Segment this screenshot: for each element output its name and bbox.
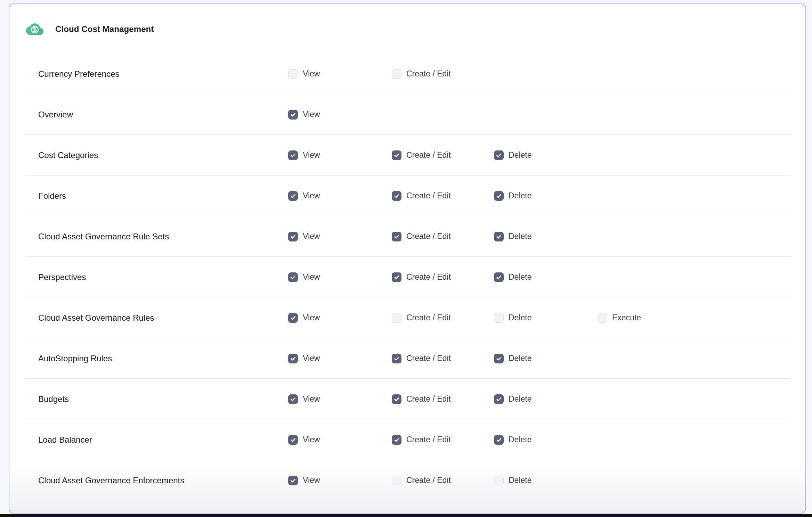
view-checkbox-unchecked[interactable] (288, 69, 298, 79)
permission-label: View (303, 435, 320, 444)
permission-view: View (288, 435, 320, 445)
create-edit-checkbox-checked[interactable] (392, 150, 401, 160)
permission-label: Delete (509, 354, 531, 363)
permission-row: FoldersViewCreate / EditDelete (9, 175, 805, 216)
permission-delete: Delete (494, 435, 531, 445)
view-checkbox-checked[interactable] (288, 232, 298, 241)
permission-label: Create / Edit (406, 313, 451, 322)
permission-view: View (288, 272, 320, 282)
permission-delete: Delete (494, 150, 531, 160)
resource-label: AutoStopping Rules (38, 354, 112, 363)
permission-delete: Delete (494, 476, 531, 485)
permission-create-edit: Create / Edit (392, 435, 451, 445)
delete-checkbox-checked[interactable] (494, 232, 504, 241)
permission-delete: Delete (494, 191, 531, 201)
view-checkbox-checked[interactable] (288, 150, 298, 160)
permission-delete: Delete (494, 272, 531, 282)
permission-label: Delete (509, 394, 531, 404)
delete-checkbox-checked[interactable] (494, 435, 504, 445)
permission-label: Delete (509, 232, 531, 241)
permission-create-edit: Create / Edit (392, 476, 451, 485)
resource-label: Cost Categories (38, 150, 98, 160)
permission-view: View (288, 150, 320, 160)
permission-label: View (303, 272, 320, 282)
permission-view: View (288, 354, 320, 363)
permission-label: Delete (509, 313, 531, 322)
permissions-list: Currency PreferencesViewCreate / EditOve… (9, 54, 805, 501)
permission-label: Create / Edit (406, 232, 451, 241)
create-edit-checkbox-checked[interactable] (392, 354, 401, 363)
permission-label: View (303, 150, 320, 160)
permission-view: View (288, 232, 320, 241)
permission-label: View (303, 69, 320, 79)
create-edit-checkbox-unchecked[interactable] (392, 476, 401, 485)
permission-label: Create / Edit (406, 272, 451, 282)
permission-row: Cost CategoriesViewCreate / EditDelete (9, 135, 805, 175)
execute-checkbox-unchecked[interactable] (598, 313, 607, 323)
svg-text:$: $ (33, 26, 36, 33)
resource-label: Perspectives (38, 272, 86, 282)
permission-view: View (288, 69, 320, 79)
delete-checkbox-unchecked[interactable] (494, 313, 504, 323)
create-edit-checkbox-unchecked[interactable] (392, 69, 401, 79)
permission-label: Create / Edit (406, 69, 451, 79)
permission-view: View (288, 313, 320, 323)
permission-view: View (288, 394, 320, 404)
delete-checkbox-unchecked[interactable] (494, 476, 504, 485)
permission-create-edit: Create / Edit (392, 313, 451, 323)
permission-create-edit: Create / Edit (392, 191, 451, 201)
resource-label: Folders (38, 191, 66, 201)
bottom-edge-bar (0, 514, 812, 517)
permission-view: View (288, 191, 320, 201)
create-edit-checkbox-checked[interactable] (392, 232, 401, 241)
delete-checkbox-checked[interactable] (494, 272, 504, 282)
permission-delete: Delete (494, 313, 531, 323)
view-checkbox-checked[interactable] (288, 272, 298, 282)
permissions-card: $ Cloud Cost Management Currency Prefere… (9, 3, 806, 514)
permission-view: View (288, 110, 320, 120)
resource-label: Budgets (38, 394, 69, 404)
delete-checkbox-checked[interactable] (494, 354, 504, 363)
resource-label: Cloud Asset Governance Rule Sets (38, 232, 169, 241)
permission-row: Cloud Asset Governance EnforcementsViewC… (9, 460, 805, 501)
resource-label: Cloud Asset Governance Rules (38, 313, 154, 323)
permission-delete: Delete (494, 394, 531, 404)
permission-row: BudgetsViewCreate / EditDelete (9, 379, 805, 419)
view-checkbox-checked[interactable] (288, 394, 298, 404)
permission-label: Delete (509, 476, 531, 485)
create-edit-checkbox-checked[interactable] (392, 394, 401, 404)
view-checkbox-checked[interactable] (288, 191, 298, 201)
permission-label: View (303, 110, 320, 119)
permission-create-edit: Create / Edit (392, 394, 451, 404)
permission-label: View (303, 232, 320, 241)
permission-row: Load BalancerViewCreate / EditDelete (9, 419, 805, 460)
create-edit-checkbox-checked[interactable] (392, 272, 401, 282)
view-checkbox-checked[interactable] (288, 354, 298, 363)
create-edit-checkbox-checked[interactable] (392, 191, 401, 201)
permission-view: View (288, 476, 320, 485)
permission-row: Currency PreferencesViewCreate / Edit (9, 54, 805, 94)
view-checkbox-checked[interactable] (288, 313, 298, 323)
create-edit-checkbox-unchecked[interactable] (392, 313, 401, 323)
module-title: Cloud Cost Management (55, 24, 154, 34)
permission-row: PerspectivesViewCreate / EditDelete (9, 257, 805, 297)
view-checkbox-checked[interactable] (288, 476, 298, 485)
permission-execute: Execute (598, 313, 641, 323)
delete-checkbox-checked[interactable] (494, 150, 504, 160)
permission-create-edit: Create / Edit (392, 232, 451, 241)
view-checkbox-checked[interactable] (288, 435, 298, 445)
resource-label: Overview (38, 110, 73, 120)
permission-row: OverviewView (9, 94, 805, 135)
permission-label: Delete (509, 435, 531, 444)
delete-checkbox-checked[interactable] (494, 191, 504, 201)
permission-label: View (303, 394, 320, 404)
permission-label: Create / Edit (406, 476, 451, 485)
view-checkbox-checked[interactable] (288, 110, 298, 120)
permission-label: Create / Edit (406, 150, 451, 160)
create-edit-checkbox-checked[interactable] (392, 435, 401, 445)
delete-checkbox-checked[interactable] (494, 394, 504, 404)
permission-delete: Delete (494, 232, 531, 241)
permission-row: Cloud Asset Governance Rule SetsViewCrea… (9, 216, 805, 257)
permission-label: View (303, 476, 320, 485)
permission-label: Create / Edit (406, 354, 451, 363)
